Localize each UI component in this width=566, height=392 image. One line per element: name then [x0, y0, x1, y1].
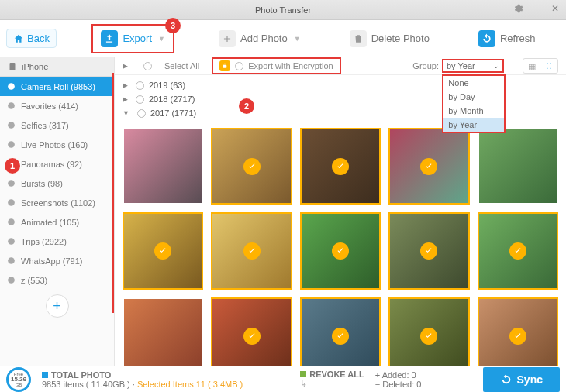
svg-point-5: [8, 180, 15, 187]
group-select[interactable]: by Year ⌄: [442, 59, 504, 73]
group-value: by Year: [447, 61, 475, 70]
sync-button[interactable]: Sync: [483, 367, 560, 392]
back-button[interactable]: Back: [6, 29, 57, 48]
annotation-1: 1: [5, 158, 20, 174]
photo-thumb[interactable]: [388, 297, 469, 366]
export-icon: [101, 30, 118, 47]
photo-grid: [115, 123, 566, 366]
photo-thumb[interactable]: [300, 297, 381, 366]
check-icon: [332, 242, 349, 260]
photo-thumb[interactable]: [211, 128, 292, 205]
photo-thumb[interactable]: [123, 297, 203, 366]
group-option[interactable]: by Month: [443, 104, 504, 118]
select-all-label: Select All: [164, 61, 199, 70]
refresh-label: Refresh: [500, 33, 536, 44]
grid-large-icon[interactable]: ▦: [523, 59, 540, 73]
photo-thumb[interactable]: [388, 128, 469, 205]
caret-down-icon: ▼: [158, 35, 165, 43]
photo-thumb[interactable]: [478, 297, 558, 366]
annotation-3: 3: [165, 18, 181, 33]
minimize-icon[interactable]: —: [530, 2, 543, 15]
added-count: Added: 0: [382, 370, 416, 380]
year-checkbox[interactable]: [137, 109, 146, 118]
sidebar-item[interactable]: Trips (2922): [0, 232, 114, 251]
photo-thumb[interactable]: [211, 212, 292, 289]
caret-down-icon: ▼: [294, 35, 301, 43]
sidebar-item[interactable]: Camera Roll (9853): [0, 77, 114, 96]
year-checkbox[interactable]: [136, 95, 144, 104]
album-icon: [6, 236, 16, 246]
photo-thumb[interactable]: [123, 212, 203, 289]
svg-point-3: [8, 141, 15, 148]
sidebar-item[interactable]: Screenshots (1102): [0, 193, 114, 212]
sidebar-item[interactable]: Bursts (98): [0, 174, 114, 193]
expand-icon[interactable]: ▶: [123, 62, 128, 70]
svg-point-7: [8, 218, 15, 225]
photo-thumb[interactable]: [211, 297, 292, 366]
photo-thumb[interactable]: [300, 128, 381, 205]
check-icon: [509, 328, 526, 345]
select-all-checkbox[interactable]: [143, 62, 152, 70]
check-icon: [332, 158, 349, 175]
expand-icon: ▼: [123, 109, 129, 117]
photo-thumb[interactable]: [388, 212, 469, 289]
photo-thumb[interactable]: [478, 212, 558, 289]
add-photo-icon: [219, 30, 236, 47]
home-icon: [13, 33, 24, 44]
status-bar: Free 15.26 GB TOTAL PHOTO 9853 items ( 1…: [0, 366, 566, 392]
photo-thumb[interactable]: [300, 212, 381, 289]
svg-point-6: [8, 199, 15, 206]
add-album-button[interactable]: +: [46, 294, 69, 318]
export-encryption-button[interactable]: Export with Encryption: [212, 57, 340, 74]
add-photo-label: Add Photo: [240, 33, 288, 44]
sidebar-item[interactable]: Live Photos (160): [0, 135, 114, 154]
revoke-label[interactable]: REVOKE ALL: [309, 370, 364, 379]
delete-icon: [350, 30, 367, 47]
delete-photo-label: Delete Photo: [371, 33, 430, 44]
svg-point-2: [8, 122, 15, 129]
window-title: Photo Transfer: [255, 5, 311, 15]
check-icon: [243, 328, 261, 345]
check-icon: [332, 328, 349, 345]
delete-photo-button[interactable]: Delete Photo: [345, 27, 434, 50]
group-option[interactable]: by Year: [443, 118, 504, 132]
sidebar-item[interactable]: Animated (105): [0, 212, 114, 232]
grid-small-icon[interactable]: ⁚⁚: [540, 59, 557, 73]
view-toggle: ▦ ⁚⁚: [523, 58, 558, 74]
encrypt-label: Export with Encryption: [248, 61, 333, 70]
group-option[interactable]: by Day: [443, 90, 504, 104]
photo-thumb[interactable]: [478, 128, 558, 205]
title-bar: Photo Transfer — ✕: [0, 0, 566, 20]
svg-point-9: [8, 257, 15, 264]
refresh-button[interactable]: Refresh: [474, 27, 540, 50]
filter-bar: ▶ Select All Export with Encryption Grou…: [115, 57, 566, 75]
device-row[interactable]: iPhone: [0, 57, 114, 77]
annotation-line-1: [112, 73, 114, 313]
export-button[interactable]: Export ▼ 3: [91, 24, 174, 53]
sidebar-item[interactable]: Favorites (414): [0, 96, 114, 115]
year-checkbox[interactable]: [136, 81, 144, 90]
sidebar: iPhone Camera Roll (9853)Favorites (414)…: [0, 57, 115, 366]
sidebar-item[interactable]: z (553): [0, 270, 114, 290]
sidebar-item[interactable]: WhatsApp (791): [0, 251, 114, 270]
add-photo-button[interactable]: Add Photo ▼: [214, 27, 305, 50]
sync-icon: [500, 373, 513, 386]
total-label: TOTAL PHOTO: [51, 370, 111, 380]
album-icon: [6, 120, 16, 130]
refresh-icon: [478, 30, 495, 47]
album-icon: [6, 178, 16, 188]
group-option[interactable]: None: [443, 76, 504, 90]
album-icon: [6, 139, 16, 150]
export-label: Export: [123, 33, 152, 44]
check-icon: [243, 242, 261, 260]
expand-icon: ▶: [123, 95, 128, 103]
svg-point-8: [8, 238, 15, 245]
sidebar-item[interactable]: Selfies (317): [0, 115, 114, 135]
disk-gauge: Free 15.26 GB: [6, 367, 31, 392]
settings-icon[interactable]: [512, 2, 524, 15]
close-icon[interactable]: ✕: [549, 2, 561, 15]
check-icon: [420, 328, 437, 345]
lock-icon: [219, 60, 230, 71]
encrypt-checkbox[interactable]: [235, 62, 243, 70]
photo-thumb[interactable]: [123, 128, 203, 205]
